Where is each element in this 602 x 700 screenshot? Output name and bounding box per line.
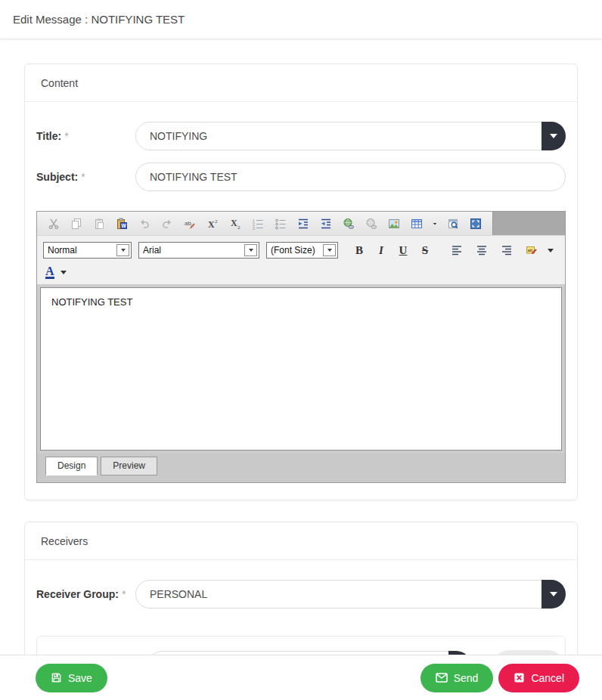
editor-format-buttons: BIUS [351,242,433,259]
subject-label: Subject:* [36,171,135,183]
cancel-icon [514,672,525,683]
insert-table-icon[interactable] [408,215,426,233]
superscript-icon[interactable]: X2 [203,215,222,233]
save-icon [51,672,62,683]
receiver-group-label: Receiver Group:* [36,588,135,600]
title-field-row: Title:* [36,122,566,150]
save-button[interactable]: Save [36,664,107,692]
highlight-caret-icon[interactable] [548,249,554,252]
align-left-icon[interactable] [448,241,466,259]
subject-field-row: Subject:* [36,163,566,191]
editor-toolbar-row3: A [37,265,565,284]
content-card-header: Content [25,64,577,102]
svg-text:3: 3 [253,225,255,230]
align-right-icon[interactable] [498,241,516,259]
maximize-icon[interactable] [467,215,485,233]
svg-text:X: X [231,218,237,228]
editor-content-area[interactable]: NOTIFYING TEST [40,287,562,451]
title-input[interactable] [135,122,566,150]
editor-align-buttons [448,241,516,259]
paste-from-word-icon[interactable]: W [113,215,131,233]
editor-toolbar-row2: Normal Arial (Font Size) BIUS ab [37,235,565,265]
receiver-group-dropdown-button[interactable] [541,580,566,609]
title-label: Title:* [36,130,135,142]
strikethrough-button[interactable]: S [417,242,433,259]
chevron-down-icon [550,134,557,138]
bold-button[interactable]: B [351,242,368,259]
tab-design[interactable]: Design [45,457,98,475]
table-menu-caret-icon[interactable] [430,215,439,233]
select-arrow-icon [323,244,336,256]
editor-tab-bar: DesignPreview [37,454,565,482]
send-button[interactable]: Send [420,664,494,692]
outdent-icon[interactable] [317,215,335,233]
select-arrow-icon [244,244,257,256]
title-input-wrap [135,122,566,150]
font-size-select[interactable]: (Font Size) [266,242,338,259]
rich-text-editor: WabX2X2123 Normal Arial (Font Size) [36,211,566,483]
svg-text:ab: ab [528,248,533,252]
svg-text:2: 2 [215,218,218,224]
font-family-select[interactable]: Arial [138,242,259,259]
italic-button[interactable]: I [373,242,389,259]
subject-input[interactable] [135,163,566,191]
spellcheck-icon[interactable]: ab [181,215,199,233]
footer-bar: Save Send Cancel [0,655,602,700]
preview-icon[interactable] [444,215,462,233]
paste-icon[interactable] [90,215,108,233]
highlight-icon[interactable]: ab [523,241,541,259]
underline-button[interactable]: U [395,242,411,259]
title-dropdown-button[interactable] [541,122,566,150]
chevron-down-icon [550,592,557,596]
insert-link-icon[interactable] [340,215,358,233]
paragraph-format-select[interactable]: Normal [43,242,132,259]
required-asterisk: * [64,130,68,142]
page-body: Content Title:* Subject:* [0,39,602,700]
editor-toolbar-row1: WabX2X2123 [37,212,565,235]
cut-icon[interactable] [45,215,63,233]
page-title: Edit Message : NOTIFYING TEST [13,13,185,26]
modal-header: Edit Message : NOTIFYING TEST [0,0,602,39]
required-asterisk: * [122,588,126,600]
receiver-group-input[interactable] [135,580,566,609]
cancel-button[interactable]: Cancel [498,664,579,692]
numbered-list-icon[interactable]: 123 [249,215,267,233]
content-card-body: Title:* Subject:* [25,102,577,500]
indent-icon[interactable] [294,215,312,233]
copy-icon[interactable] [67,215,85,233]
unlink-icon[interactable] [362,215,380,233]
subject-input-wrap [135,163,566,191]
svg-text:X: X [208,219,215,230]
editor-content-wrap: NOTIFYING TEST [37,284,565,454]
content-card: Content Title:* Subject:* [24,63,578,500]
insert-image-icon[interactable] [385,215,403,233]
svg-text:ab: ab [185,220,191,227]
content-card-title: Content [41,77,78,89]
editor-toolbar-row1-icons: WabX2X2123 [37,212,493,235]
font-color-caret-icon[interactable] [61,271,67,274]
subscript-icon[interactable]: X2 [226,215,244,233]
redo-icon[interactable] [158,215,176,233]
receiver-group-input-wrap [135,580,566,609]
select-arrow-icon [116,244,129,256]
tab-preview[interactable]: Preview [101,457,157,475]
undo-icon[interactable] [135,215,154,233]
font-color-icon[interactable]: A [45,265,54,279]
required-asterisk: * [81,171,85,183]
bullet-list-icon[interactable] [272,215,290,233]
receivers-card-header: Receivers [25,522,577,560]
receiver-group-field-row: Receiver Group:* [36,580,566,609]
receivers-card-title: Receivers [41,535,88,547]
align-center-icon[interactable] [473,241,491,259]
svg-text:2: 2 [237,225,240,230]
send-icon [436,673,448,683]
svg-text:W: W [122,223,127,228]
